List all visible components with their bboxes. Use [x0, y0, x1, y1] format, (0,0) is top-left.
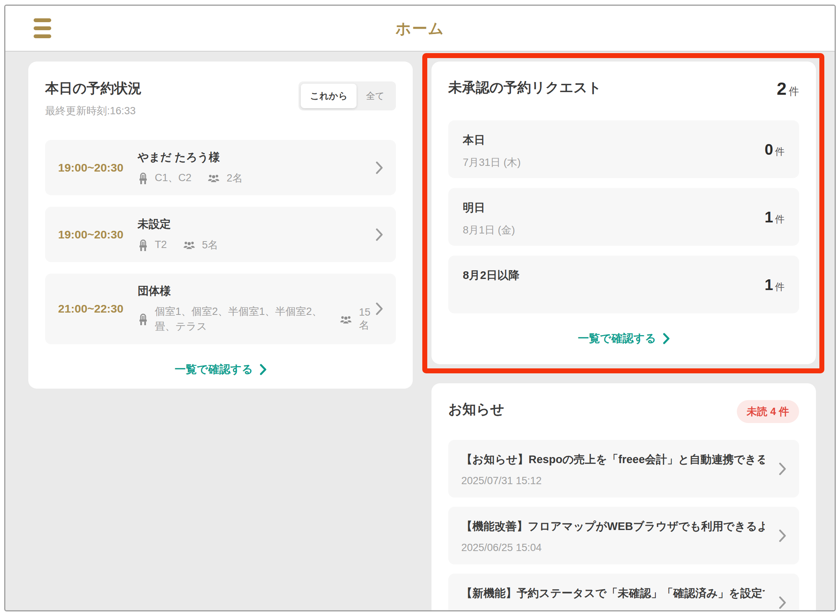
request-count: 0件: [765, 141, 785, 158]
news-list: 【お知らせ】Respoの売上を「freee会計」と自動連携できるよ… 2025/…: [448, 440, 799, 611]
reservation-name: 団体様: [138, 284, 376, 299]
reservation-guest-count: 15名: [359, 306, 376, 332]
news-card: お知らせ 未読 4 件 【お知らせ】Respoの売上を「freee会計」と自動連…: [431, 383, 816, 611]
chair-icon: [138, 313, 149, 326]
reservation-time: 21:00~22:30: [58, 302, 138, 315]
last-updated-time: 最終更新時刻:16:33: [45, 104, 142, 118]
toggle-option-all[interactable]: 全て: [357, 84, 394, 108]
view-list-label: 一覧で確認する: [578, 331, 656, 346]
reservation-list: 19:00~20:30 やまだ たろう様 C1、C2 2名 19:00~20:3…: [45, 140, 396, 344]
reservation-time: 19:00~20:30: [58, 228, 138, 241]
reservation-row[interactable]: 21:00~22:30 団体様 個室1、個室2、半個室1、半個室2、畳、テラス …: [45, 274, 396, 344]
reservation-name: 未設定: [138, 217, 376, 232]
requests-card-title: 未承認の予約リクエスト: [448, 78, 602, 97]
reservation-filter-toggle: これから 全て: [298, 81, 396, 110]
app-window: ホーム 本日の予約状況 最終更新時刻:16:33 これから 全て 19:00~2…: [4, 5, 836, 611]
today-view-list-link[interactable]: 一覧で確認する: [45, 362, 396, 377]
chevron-right-icon: [376, 161, 383, 174]
reservation-row[interactable]: 19:00~20:30 やまだ たろう様 C1、C2 2名: [45, 140, 396, 195]
news-item-title: 【お知らせ】Respoの売上を「freee会計」と自動連携できるよ…: [461, 452, 765, 467]
reservation-guest-count: 2名: [227, 171, 243, 185]
reservation-row[interactable]: 19:00~20:30 未設定 T2 5名: [45, 207, 396, 262]
request-row-today[interactable]: 本日 7月31日 (木) 0件: [448, 120, 799, 178]
page-content: 本日の予約状況 最終更新時刻:16:33 これから 全て 19:00~20:30…: [5, 52, 835, 611]
news-item-title: 【新機能】予約ステータスで「未確認」「確認済み」を設定できる…: [461, 586, 765, 601]
people-icon: [182, 240, 196, 250]
news-item-date: 2025/07/31 15:12: [461, 475, 765, 487]
reservation-seats: T2: [155, 237, 167, 252]
request-count: 1件: [765, 208, 785, 225]
request-date: 7月31日 (木): [463, 156, 785, 169]
today-reservations-card: 本日の予約状況 最終更新時刻:16:33 これから 全て 19:00~20:30…: [28, 62, 413, 389]
reservation-seats: C1、C2: [155, 170, 191, 185]
people-icon: [339, 314, 353, 324]
chair-icon: [138, 238, 149, 251]
chevron-right-icon: [260, 364, 266, 375]
chevron-right-icon: [779, 462, 786, 475]
chevron-right-icon: [779, 596, 786, 609]
news-card-title: お知らせ: [448, 400, 504, 419]
reservation-name: やまだ たろう様: [138, 150, 376, 165]
news-item[interactable]: 【お知らせ】Respoの売上を「freee会計」と自動連携できるよ… 2025/…: [448, 440, 799, 498]
news-item[interactable]: 【機能改善】フロアマップがWEBブラウザでも利用できるよう… 2025/06/2…: [448, 507, 799, 564]
chevron-right-icon: [376, 302, 383, 315]
news-item-title: 【機能改善】フロアマップがWEBブラウザでも利用できるよう…: [461, 519, 765, 534]
request-date: 8月1日 (金): [463, 223, 785, 237]
request-label: 8月2日以降: [463, 268, 785, 283]
view-list-label: 一覧で確認する: [175, 362, 253, 377]
today-card-title: 本日の予約状況: [45, 79, 142, 98]
chevron-right-icon: [779, 529, 786, 542]
request-label: 本日: [463, 133, 785, 148]
news-item[interactable]: 【新機能】予約ステータスで「未確認」「確認済み」を設定できる… 2025/06/…: [448, 574, 799, 611]
requests-list: 本日 7月31日 (木) 0件 明日 8月1日 (金) 1件 8月2日以降: [448, 120, 799, 313]
app-header: ホーム: [5, 6, 835, 52]
chevron-right-icon: [376, 228, 383, 241]
news-item-date: 2025/06/25 15:04: [461, 542, 765, 554]
toggle-option-upcoming[interactable]: これから: [301, 84, 357, 108]
people-icon: [207, 173, 221, 183]
request-row-later[interactable]: 8月2日以降 1件: [448, 256, 799, 313]
news-item-date: 2025/06/20 14:23: [461, 609, 765, 611]
request-count: 1件: [765, 276, 785, 293]
request-row-tomorrow[interactable]: 明日 8月1日 (金) 1件: [448, 188, 799, 246]
reservation-seats: 個室1、個室2、半個室1、半個室2、畳、テラス: [155, 304, 324, 334]
chevron-right-icon: [663, 333, 670, 344]
request-label: 明日: [463, 200, 785, 216]
unread-badge: 未読 4 件: [737, 400, 799, 423]
reservation-time: 19:00~20:30: [58, 161, 138, 174]
chair-icon: [138, 172, 149, 185]
reservation-guest-count: 5名: [202, 238, 218, 252]
requests-total-count: 2件: [777, 78, 799, 99]
pending-requests-card: 未承認の予約リクエスト 2件 本日 7月31日 (木) 0件 明日 8月1日 (…: [431, 62, 816, 364]
page-title: ホーム: [5, 18, 835, 39]
requests-view-list-link[interactable]: 一覧で確認する: [448, 331, 799, 346]
